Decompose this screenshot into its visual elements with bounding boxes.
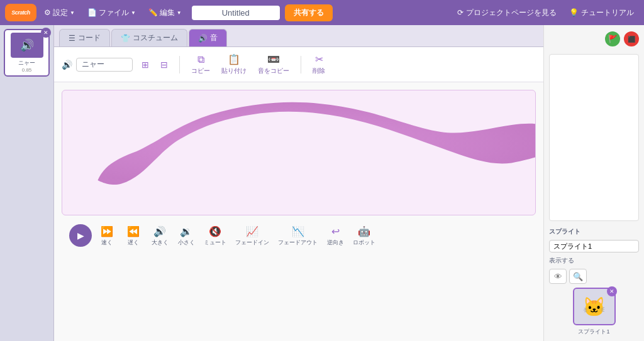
play-icon: ▶ (77, 230, 84, 241)
slow-button[interactable]: ⏪ 遅く (122, 224, 145, 248)
mute-icon: 🔇 (209, 225, 221, 237)
sound-name-input[interactable] (76, 58, 133, 72)
copy-icon: ⧉ (197, 54, 204, 65)
softer-button[interactable]: 🔉 小さく (175, 224, 197, 248)
fast-icon: ⏩ (101, 225, 113, 237)
select-all-button[interactable]: ⊞ (139, 58, 152, 71)
deselect-icon: ⊟ (160, 60, 168, 70)
playback-controls: ▶ ⏩ 速く ⏪ 遅く 🔊 大きく 🔉 小さく (62, 220, 536, 252)
sprite-name-input[interactable] (549, 240, 639, 252)
speaker-icon: 🔊 (20, 38, 34, 52)
sound-editor-toolbar: 🔊 ⊞ ⊟ ⧉ コピー 📋 貼り付け 📼 音をコピー (54, 47, 543, 82)
visibility-buttons: 👁 🔍 (549, 269, 639, 284)
project-page-button[interactable]: ⟳ プロジェクトページを見る (452, 5, 562, 21)
project-title-input[interactable] (192, 6, 280, 20)
sound-delete-button[interactable]: ✕ (41, 28, 51, 38)
waveform-display (62, 90, 536, 215)
sprite-thumbnail-label: スプライト1 (578, 328, 609, 336)
chevron-down-icon: ▼ (131, 10, 136, 16)
delete-icon: ✂ (315, 53, 323, 65)
copy-button[interactable]: ⧉ コピー (189, 53, 213, 77)
sprite-thumbnail[interactable]: ✕ 🐱 (573, 288, 616, 325)
fade-in-button[interactable]: 📈 フェードイン (233, 224, 272, 248)
share-button[interactable]: 共有する (285, 4, 333, 21)
stop-button[interactable]: ⬛ (624, 31, 639, 46)
edit-menu[interactable]: ✏️ 編集 ▼ (143, 5, 187, 21)
lightbulb-icon: 💡 (569, 8, 579, 17)
select-all-icon: ⊞ (142, 60, 149, 70)
copy-sound-icon: 📼 (267, 53, 280, 65)
toolbar-separator-2 (301, 56, 301, 73)
tab-sound[interactable]: 🔊 音 (189, 29, 227, 46)
play-button[interactable]: ▶ (69, 224, 92, 247)
stage-canvas (549, 54, 639, 221)
code-icon: ☰ (69, 34, 75, 43)
eye-icon: 👁 (554, 272, 562, 281)
louder-button[interactable]: 🔊 大きく (148, 224, 171, 248)
tab-code[interactable]: ☰ コード (59, 29, 110, 46)
show-button[interactable]: 👁 (549, 269, 567, 284)
arrows-icon: ⟳ (457, 8, 464, 17)
deselect-button[interactable]: ⊟ (158, 58, 170, 71)
scratch-logo: Scratch (5, 4, 36, 21)
eye-closed-icon: 🔍 (573, 272, 583, 281)
paste-button[interactable]: 📋 貼り付け (219, 52, 249, 77)
sound-item-duration: 0.85 (22, 67, 32, 73)
top-nav: Scratch ⚙ 設定 ▼ 📄 ファイル ▼ ✏️ 編集 ▼ 共有する ⟳ プ… (0, 0, 644, 25)
sound-name-row: 🔊 (62, 58, 133, 72)
louder-icon: 🔊 (153, 225, 166, 237)
sound-item[interactable]: ✕ 🔊 ニャー 0.85 (4, 29, 50, 77)
sound-item-icon: 🔊 (11, 33, 43, 58)
stage-controls: 🚩 ⬛ (549, 30, 639, 50)
tabs-bar: ☰ コード 👕 コスチューム 🔊 音 (54, 25, 543, 47)
sound-list-sidebar: ✕ 🔊 ニャー 0.85 (0, 25, 54, 341)
visibility-label: 表示する (549, 256, 639, 265)
file-icon: 📄 (87, 8, 97, 17)
tutorial-button[interactable]: 💡 チュートリアル (564, 5, 639, 21)
waveform-svg (62, 90, 535, 215)
waveform-area: ▶ ⏩ 速く ⏪ 遅く 🔊 大きく 🔉 小さく (54, 82, 543, 341)
settings-menu[interactable]: ⚙ 設定 ▼ (39, 5, 80, 21)
sprite-delete-button[interactable]: ✕ (607, 286, 617, 296)
copy-sound-button[interactable]: 📼 音をコピー (255, 52, 292, 77)
robot-button[interactable]: 🤖 ロボット (350, 224, 378, 248)
softer-icon: 🔉 (180, 225, 192, 237)
fast-button[interactable]: ⏩ 速く (96, 224, 118, 248)
reverse-icon: ↩ (331, 225, 340, 237)
sound-label-icon: 🔊 (62, 60, 72, 70)
reverse-button[interactable]: ↩ 逆向き (324, 224, 347, 248)
tshirt-icon: 👕 (121, 34, 130, 43)
green-flag-button[interactable]: 🚩 (605, 31, 620, 46)
robot-icon: 🤖 (358, 225, 370, 237)
sprite-label: スプライト (549, 227, 639, 236)
gear-icon: ⚙ (44, 8, 51, 17)
flag-icon: 🚩 (608, 35, 618, 43)
hide-button[interactable]: 🔍 (569, 269, 587, 284)
toolbar-separator (179, 56, 180, 73)
paste-icon: 📋 (228, 53, 240, 65)
slow-icon: ⏪ (127, 225, 140, 237)
center-panel: ☰ コード 👕 コスチューム 🔊 音 🔊 ⊞ ⊟ (54, 25, 543, 341)
mute-button[interactable]: 🔇 ミュート (201, 224, 229, 248)
sprite-thumbnail-area: ✕ 🐱 スプライト1 (549, 288, 639, 336)
main-layout: ✕ 🔊 ニャー 0.85 ☰ コード 👕 コスチューム 🔊 音 (0, 25, 644, 341)
right-panel: 🚩 ⬛ スプライト 表示する 👁 🔍 ✕ 🐱 スプライト1 (543, 25, 644, 341)
fade-out-icon: 📉 (292, 225, 304, 237)
tab-costume[interactable]: 👕 コスチューム (111, 29, 187, 46)
fade-out-button[interactable]: 📉 フェードアウト (275, 224, 320, 248)
chevron-down-icon: ▼ (70, 10, 75, 16)
fade-in-icon: 📈 (246, 225, 258, 237)
sound-item-name: ニャー (18, 59, 35, 67)
file-menu[interactable]: 📄 ファイル ▼ (82, 5, 141, 21)
sound-tab-icon: 🔊 (198, 34, 208, 43)
chevron-down-icon: ▼ (177, 10, 182, 16)
delete-button[interactable]: ✂ 削除 (310, 52, 328, 77)
pencil-icon: ✏️ (148, 8, 158, 17)
cat-sprite-icon: 🐱 (582, 296, 606, 318)
